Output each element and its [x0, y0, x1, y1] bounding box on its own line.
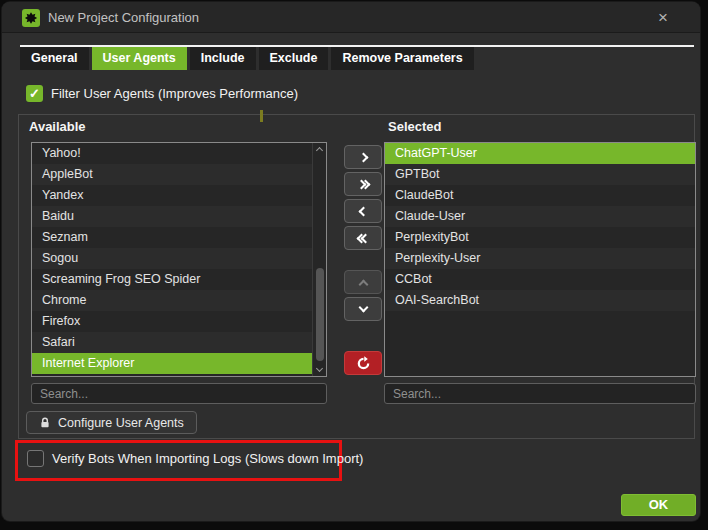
list-item[interactable]: ChatGPT-User [385, 143, 695, 164]
selected-rows: ChatGPT-UserGPTBotClaudeBotClaude-UserPe… [385, 143, 695, 311]
move-all-left-button[interactable] [344, 226, 382, 250]
list-item[interactable]: Chrome [32, 290, 312, 311]
window-title: New Project Configuration [48, 10, 199, 25]
available-search-input[interactable] [31, 383, 327, 404]
selected-listbox[interactable]: ChatGPT-UserGPTBotClaudeBotClaude-UserPe… [384, 142, 696, 377]
chevron-down-icon [358, 302, 368, 312]
chevron-left-icon [358, 206, 368, 216]
frog-logo-icon [22, 9, 40, 27]
tab-include[interactable]: Include [190, 47, 256, 70]
move-down-button[interactable] [344, 297, 382, 321]
available-header: Available [29, 119, 86, 134]
list-item[interactable]: OAI-SearchBot [385, 290, 695, 311]
list-item[interactable]: Baidu [32, 206, 312, 227]
tab-user-agents[interactable]: User Agents [92, 47, 187, 70]
filter-user-agents-checkbox[interactable]: ✓ [26, 85, 43, 102]
configure-user-agents-label: Configure User Agents [58, 416, 184, 430]
list-item[interactable]: Seznam [32, 227, 312, 248]
list-item[interactable]: Perplexity-User [385, 248, 695, 269]
list-item[interactable]: Yandex [32, 185, 312, 206]
chevron-right-icon [358, 152, 368, 162]
scrollbar-thumb[interactable] [316, 268, 324, 361]
verify-bots-label: Verify Bots When Importing Logs (Slows d… [52, 451, 363, 466]
ok-button[interactable]: OK [621, 494, 696, 516]
available-scrollbar[interactable] [312, 143, 326, 376]
list-item[interactable]: ClaudeBot [385, 185, 695, 206]
cursor-artifact [260, 110, 263, 122]
tab-strip: GeneralUser AgentsIncludeExcludeRemove P… [20, 45, 694, 69]
list-item[interactable]: Claude-User [385, 206, 695, 227]
filter-user-agents-label: Filter User Agents (Improves Performance… [51, 86, 298, 101]
list-item[interactable]: Yahoo! [32, 143, 312, 164]
scroll-up-icon[interactable] [316, 147, 323, 154]
verify-bots-checkbox[interactable] [27, 450, 44, 467]
close-icon[interactable]: × [652, 7, 674, 29]
title-bar[interactable]: New Project Configuration × [2, 2, 700, 33]
tab-list: GeneralUser AgentsIncludeExcludeRemove P… [20, 47, 477, 70]
list-item[interactable]: GPTBot [385, 164, 695, 185]
list-item[interactable]: CCBot [385, 269, 695, 290]
list-item[interactable]: Screaming Frog SEO Spider [32, 269, 312, 290]
tab-exclude[interactable]: Exclude [259, 47, 329, 70]
chevron-up-icon [358, 279, 368, 289]
list-item[interactable]: AppleBot [32, 164, 312, 185]
tab-general[interactable]: General [20, 47, 89, 70]
selected-search-input[interactable] [384, 383, 696, 404]
scroll-down-icon[interactable] [316, 365, 323, 372]
list-item[interactable]: Safari [32, 332, 312, 353]
configure-user-agents-button[interactable]: Configure User Agents [26, 411, 197, 434]
lock-icon [39, 416, 51, 429]
reset-history-icon [356, 356, 371, 371]
available-rows: Yahoo!AppleBotYandexBaiduSeznamSogouScre… [32, 143, 312, 374]
available-listbox[interactable]: Yahoo!AppleBotYandexBaiduSeznamSogouScre… [31, 142, 327, 377]
filter-user-agents-row[interactable]: ✓ Filter User Agents (Improves Performan… [26, 85, 298, 102]
move-up-button[interactable] [344, 270, 382, 294]
list-item[interactable]: Sogou [32, 248, 312, 269]
reset-button[interactable] [344, 351, 382, 375]
move-right-button[interactable] [344, 145, 382, 169]
selected-header: Selected [388, 119, 441, 134]
list-item[interactable]: Internet Explorer [32, 353, 312, 374]
list-item[interactable]: PerplexityBot [385, 227, 695, 248]
dialog-window: New Project Configuration × GeneralUser … [2, 2, 700, 521]
tab-remove-parameters[interactable]: Remove Parameters [331, 47, 473, 70]
list-item[interactable]: Firefox [32, 311, 312, 332]
move-left-button[interactable] [344, 199, 382, 223]
screenshot-canvas: New Project Configuration × GeneralUser … [0, 0, 708, 530]
verify-bots-row[interactable]: Verify Bots When Importing Logs (Slows d… [27, 450, 363, 467]
move-all-right-button[interactable] [344, 172, 382, 196]
